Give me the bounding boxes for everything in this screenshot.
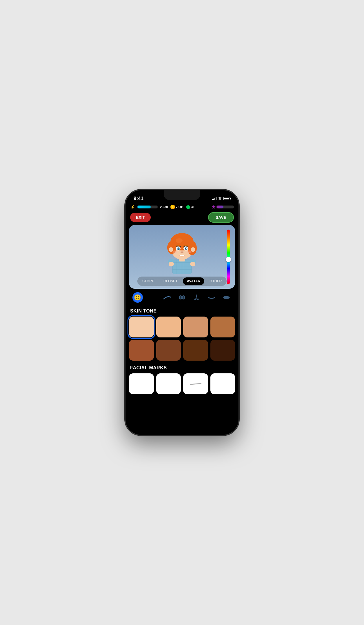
signal-bars-icon — [212, 197, 216, 200]
battery-icon — [223, 197, 230, 200]
skin-tone-title: SKIN TONE — [130, 308, 234, 314]
star-icon — [212, 205, 216, 209]
svg-point-18 — [191, 247, 195, 252]
energy-bar — [137, 206, 158, 208]
energy-bar-fill — [137, 206, 151, 208]
mark-swatch-3[interactable] — [183, 373, 208, 394]
skin-tone-grid — [129, 317, 235, 361]
svg-point-15 — [181, 235, 192, 244]
svg-point-37 — [169, 262, 174, 266]
svg-point-29 — [182, 252, 183, 253]
svg-point-42 — [183, 296, 184, 299]
gem-badge: 31 — [186, 205, 194, 209]
mark-swatch-2[interactable] — [156, 373, 181, 394]
svg-point-31 — [172, 250, 177, 253]
svg-point-44 — [197, 299, 199, 300]
mouth-small-icon[interactable] — [206, 292, 217, 303]
eye-icon[interactable] — [177, 292, 187, 303]
signal-bar-1 — [212, 199, 213, 200]
hair-scissors-icon[interactable]: ✂ — [147, 292, 158, 303]
svg-point-38 — [190, 262, 195, 266]
wifi-icon: ⌘ — [218, 197, 222, 201]
phone-screen: 9:41 ⌘ ⚡ 20/30 ⭐ — [125, 190, 239, 435]
svg-point-43 — [195, 299, 196, 300]
svg-point-41 — [180, 296, 181, 299]
battery-fill — [224, 198, 229, 199]
facial-marks-title: FACIAL MARKS — [130, 365, 234, 370]
tab-avatar[interactable]: AVATAR — [183, 277, 204, 285]
action-row: EXIT SAVE — [125, 211, 239, 225]
skin-swatch-5[interactable] — [129, 340, 154, 361]
svg-point-26 — [186, 248, 187, 249]
mark-swatch-4[interactable] — [210, 373, 235, 394]
status-time: 9:41 — [134, 196, 143, 201]
color-slider[interactable] — [226, 230, 231, 284]
skin-swatch-3[interactable] — [183, 317, 208, 337]
skin-swatch-8[interactable] — [210, 340, 235, 361]
avatar-display-area: STORE CLOSET AVATAR OTHER — [129, 225, 235, 289]
tab-other[interactable]: OTHER — [205, 277, 226, 285]
svg-rect-0 — [172, 260, 192, 274]
signal-bar-2 — [213, 199, 214, 200]
phone-frame: 9:41 ⌘ ⚡ 20/30 ⭐ — [125, 190, 239, 435]
scroll-content[interactable]: SKIN TONE FACIAL MARKS — [125, 305, 239, 435]
mark-line — [190, 383, 201, 385]
icon-toolbar: 🙂 ✂ — [125, 289, 239, 305]
xp-bar — [216, 206, 234, 208]
color-slider-track — [227, 230, 230, 284]
xp-bar-fill — [216, 206, 223, 208]
color-slider-thumb[interactable] — [226, 257, 231, 262]
status-icons: ⌘ — [212, 197, 230, 201]
mark-swatch-1[interactable] — [129, 373, 154, 394]
notch — [164, 190, 200, 200]
skin-swatch-7[interactable] — [183, 340, 208, 361]
coin-icon: ⭐ — [170, 205, 175, 209]
svg-point-25 — [179, 248, 179, 249]
tab-closet[interactable]: CLOSET — [159, 277, 182, 285]
eyebrow-icon[interactable] — [162, 292, 172, 303]
facial-marks-grid — [129, 373, 235, 394]
svg-point-28 — [181, 252, 182, 253]
star-badge — [212, 205, 234, 209]
svg-point-17 — [169, 247, 173, 252]
lightning-icon: ⚡ — [130, 205, 135, 209]
exit-button[interactable]: EXIT — [130, 213, 151, 222]
svg-point-16 — [176, 238, 183, 243]
face-icon[interactable]: 🙂 — [132, 292, 143, 303]
signal-bar-4 — [216, 197, 216, 200]
gem-count: 31 — [191, 205, 194, 209]
skin-swatch-1[interactable] — [129, 317, 154, 337]
resource-bar: ⚡ 20/30 ⭐ 7,501 31 — [125, 203, 239, 211]
nose-icon[interactable] — [192, 292, 202, 303]
signal-bar-3 — [214, 198, 215, 200]
avatar-character — [160, 228, 204, 274]
energy-text: 20/30 — [160, 205, 168, 209]
svg-point-32 — [187, 250, 192, 253]
save-button[interactable]: SAVE — [208, 212, 234, 223]
skin-swatch-4[interactable] — [210, 317, 235, 337]
skin-swatch-6[interactable] — [156, 340, 181, 361]
gem-icon — [186, 205, 190, 209]
lips-icon[interactable] — [221, 292, 232, 303]
avatar-nav-tabs: STORE CLOSET AVATAR OTHER — [137, 277, 227, 286]
coin-badge: ⭐ 7,501 — [170, 205, 184, 209]
coin-count: 7,501 — [176, 205, 184, 209]
tab-store[interactable]: STORE — [138, 277, 158, 285]
skin-swatch-2[interactable] — [156, 317, 181, 337]
